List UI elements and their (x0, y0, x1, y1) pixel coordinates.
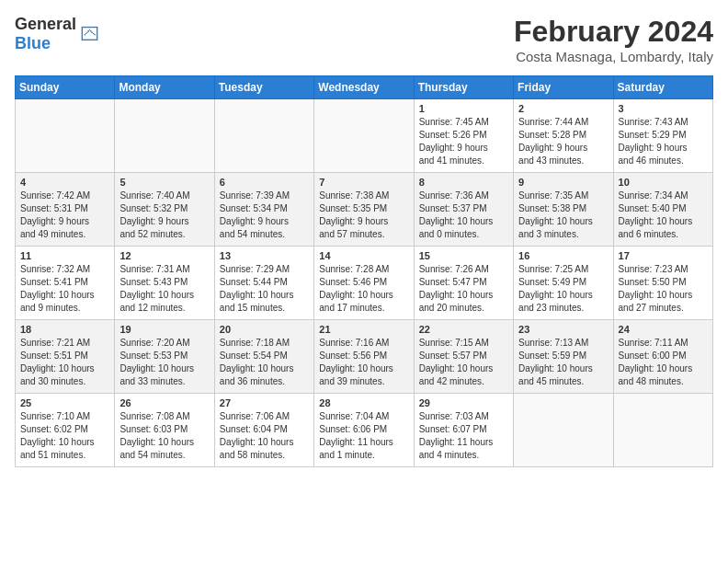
calendar-day-cell: 9Sunrise: 7:35 AMSunset: 5:38 PMDaylight… (514, 173, 613, 247)
day-info: Sunrise: 7:45 AMSunset: 5:26 PMDaylight:… (419, 116, 508, 167)
weekday-header: Saturday (613, 76, 712, 99)
logo-blue: Blue (15, 34, 51, 52)
day-info: Sunrise: 7:11 AMSunset: 6:00 PMDaylight:… (619, 337, 708, 388)
day-info: Sunrise: 7:20 AMSunset: 5:53 PMDaylight:… (119, 337, 209, 388)
calendar-day-cell: 8Sunrise: 7:36 AMSunset: 5:37 PMDaylight… (414, 173, 513, 247)
weekday-header-row: SundayMondayTuesdayWednesdayThursdayFrid… (16, 76, 713, 99)
day-info: Sunrise: 7:43 AMSunset: 5:29 PMDaylight:… (619, 116, 708, 167)
day-info: Sunrise: 7:44 AMSunset: 5:28 PMDaylight:… (518, 116, 608, 167)
day-info: Sunrise: 7:08 AMSunset: 6:03 PMDaylight:… (119, 410, 209, 462)
day-number: 29 (419, 397, 508, 408)
day-info: Sunrise: 7:40 AMSunset: 5:32 PMDaylight:… (119, 190, 209, 241)
day-info: Sunrise: 7:34 AMSunset: 5:40 PMDaylight:… (619, 190, 708, 241)
weekday-header: Friday (514, 76, 613, 99)
calendar-day-cell: 3Sunrise: 7:43 AMSunset: 5:29 PMDaylight… (613, 99, 712, 173)
day-number: 7 (319, 177, 408, 188)
calendar-day-cell: 16Sunrise: 7:25 AMSunset: 5:49 PMDayligh… (514, 247, 613, 320)
calendar-day-cell: 7Sunrise: 7:38 AMSunset: 5:35 PMDaylight… (314, 173, 414, 247)
day-info: Sunrise: 7:26 AMSunset: 5:47 PMDaylight:… (419, 263, 508, 315)
calendar-day-cell (115, 99, 214, 173)
day-info: Sunrise: 7:15 AMSunset: 5:57 PMDaylight:… (419, 337, 508, 388)
calendar-day-cell: 18Sunrise: 7:21 AMSunset: 5:51 PMDayligh… (16, 320, 115, 394)
calendar-day-cell: 17Sunrise: 7:23 AMSunset: 5:50 PMDayligh… (613, 247, 712, 320)
day-number: 2 (518, 103, 608, 114)
calendar-day-cell: 24Sunrise: 7:11 AMSunset: 6:00 PMDayligh… (613, 320, 712, 394)
day-number: 9 (518, 177, 608, 188)
calendar-day-cell: 5Sunrise: 7:40 AMSunset: 5:32 PMDaylight… (115, 173, 214, 247)
day-info: Sunrise: 7:29 AMSunset: 5:44 PMDaylight:… (220, 263, 309, 315)
day-number: 25 (20, 397, 109, 408)
calendar-day-cell: 25Sunrise: 7:10 AMSunset: 6:02 PMDayligh… (16, 394, 115, 467)
calendar-day-cell: 10Sunrise: 7:34 AMSunset: 5:40 PMDayligh… (613, 173, 712, 247)
calendar-week-row: 25Sunrise: 7:10 AMSunset: 6:02 PMDayligh… (16, 394, 713, 467)
day-number: 27 (220, 397, 309, 408)
calendar-week-row: 11Sunrise: 7:32 AMSunset: 5:41 PMDayligh… (16, 247, 713, 320)
day-number: 22 (419, 324, 508, 335)
day-number: 10 (619, 177, 708, 188)
day-info: Sunrise: 7:16 AMSunset: 5:56 PMDaylight:… (319, 337, 408, 388)
weekday-header: Tuesday (214, 76, 313, 99)
calendar-day-cell: 26Sunrise: 7:08 AMSunset: 6:03 PMDayligh… (115, 394, 214, 467)
day-number: 1 (419, 103, 508, 114)
calendar-day-cell (613, 394, 712, 467)
day-number: 11 (20, 250, 109, 261)
bird-icon: ⮹ (80, 22, 100, 46)
day-number: 13 (220, 250, 309, 261)
day-info: Sunrise: 7:21 AMSunset: 5:51 PMDaylight:… (20, 337, 109, 388)
weekday-header: Thursday (414, 76, 513, 99)
day-number: 4 (20, 177, 109, 188)
day-number: 19 (119, 324, 209, 335)
calendar-day-cell: 22Sunrise: 7:15 AMSunset: 5:57 PMDayligh… (414, 320, 513, 394)
calendar-day-cell: 27Sunrise: 7:06 AMSunset: 6:04 PMDayligh… (214, 394, 313, 467)
day-number: 3 (619, 103, 708, 114)
calendar-day-cell: 11Sunrise: 7:32 AMSunset: 5:41 PMDayligh… (16, 247, 115, 320)
title-area: February 2024 Costa Masnaga, Lombardy, I… (514, 15, 713, 64)
day-number: 12 (119, 250, 209, 261)
day-number: 16 (518, 250, 608, 261)
calendar-day-cell: 19Sunrise: 7:20 AMSunset: 5:53 PMDayligh… (115, 320, 214, 394)
logo: General Blue ⮹ (15, 15, 100, 53)
calendar-day-cell: 28Sunrise: 7:04 AMSunset: 6:06 PMDayligh… (314, 394, 414, 467)
day-info: Sunrise: 7:06 AMSunset: 6:04 PMDaylight:… (220, 410, 309, 462)
day-info: Sunrise: 7:39 AMSunset: 5:34 PMDaylight:… (220, 190, 309, 241)
logo-text: General Blue (15, 15, 76, 53)
calendar-day-cell: 29Sunrise: 7:03 AMSunset: 6:07 PMDayligh… (414, 394, 513, 467)
day-info: Sunrise: 7:10 AMSunset: 6:02 PMDaylight:… (20, 410, 109, 462)
calendar-day-cell: 14Sunrise: 7:28 AMSunset: 5:46 PMDayligh… (314, 247, 414, 320)
calendar-day-cell (16, 99, 115, 173)
page-header: General Blue ⮹ February 2024 Costa Masna… (15, 15, 713, 64)
day-number: 14 (319, 250, 408, 261)
day-info: Sunrise: 7:25 AMSunset: 5:49 PMDaylight:… (518, 263, 608, 315)
calendar-day-cell: 20Sunrise: 7:18 AMSunset: 5:54 PMDayligh… (214, 320, 313, 394)
weekday-header: Sunday (16, 76, 115, 99)
day-number: 23 (518, 324, 608, 335)
calendar-week-row: 4Sunrise: 7:42 AMSunset: 5:31 PMDaylight… (16, 173, 713, 247)
calendar-week-row: 1Sunrise: 7:45 AMSunset: 5:26 PMDaylight… (16, 99, 713, 173)
day-info: Sunrise: 7:38 AMSunset: 5:35 PMDaylight:… (319, 190, 408, 241)
day-info: Sunrise: 7:36 AMSunset: 5:37 PMDaylight:… (419, 190, 508, 241)
day-info: Sunrise: 7:03 AMSunset: 6:07 PMDaylight:… (419, 410, 508, 462)
day-info: Sunrise: 7:42 AMSunset: 5:31 PMDaylight:… (20, 190, 109, 241)
calendar-day-cell: 21Sunrise: 7:16 AMSunset: 5:56 PMDayligh… (314, 320, 414, 394)
calendar-day-cell: 1Sunrise: 7:45 AMSunset: 5:26 PMDaylight… (414, 99, 513, 173)
day-number: 28 (319, 397, 408, 408)
day-number: 24 (619, 324, 708, 335)
weekday-header: Monday (115, 76, 214, 99)
day-info: Sunrise: 7:04 AMSunset: 6:06 PMDaylight:… (319, 410, 408, 462)
day-info: Sunrise: 7:35 AMSunset: 5:38 PMDaylight:… (518, 190, 608, 241)
location-title: Costa Masnaga, Lombardy, Italy (514, 49, 713, 64)
weekday-header: Wednesday (314, 76, 414, 99)
logo-general: General (15, 15, 76, 33)
day-info: Sunrise: 7:23 AMSunset: 5:50 PMDaylight:… (619, 263, 708, 315)
day-info: Sunrise: 7:31 AMSunset: 5:43 PMDaylight:… (119, 263, 209, 315)
calendar-day-cell: 13Sunrise: 7:29 AMSunset: 5:44 PMDayligh… (214, 247, 313, 320)
calendar-day-cell: 15Sunrise: 7:26 AMSunset: 5:47 PMDayligh… (414, 247, 513, 320)
day-number: 21 (319, 324, 408, 335)
calendar-day-cell: 2Sunrise: 7:44 AMSunset: 5:28 PMDaylight… (514, 99, 613, 173)
day-number: 17 (619, 250, 708, 261)
calendar-day-cell: 23Sunrise: 7:13 AMSunset: 5:59 PMDayligh… (514, 320, 613, 394)
calendar-day-cell (214, 99, 313, 173)
day-number: 18 (20, 324, 109, 335)
day-info: Sunrise: 7:13 AMSunset: 5:59 PMDaylight:… (518, 337, 608, 388)
calendar-day-cell: 12Sunrise: 7:31 AMSunset: 5:43 PMDayligh… (115, 247, 214, 320)
